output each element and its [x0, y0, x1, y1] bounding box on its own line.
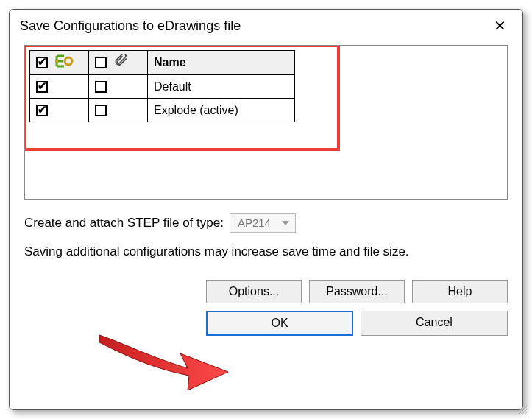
help-button[interactable]: Help [412, 280, 508, 303]
row-include-checkbox[interactable] [36, 81, 48, 93]
button-row-bottom: OK Cancel [24, 311, 508, 336]
row-attach-checkbox[interactable] [95, 105, 107, 116]
row-name: Explode (active) [148, 99, 295, 122]
edrawings-icon [55, 54, 74, 71]
warning-text: Saving additional configurations may inc… [24, 244, 508, 259]
svg-line-2 [519, 406, 523, 410]
table-row: Explode (active) [30, 99, 295, 122]
dialog-content: Name Default Explode (active) Create and… [10, 41, 522, 409]
resize-grip-icon[interactable] [516, 403, 523, 410]
header-name: Name [148, 51, 295, 75]
step-type-select[interactable]: AP214 [230, 213, 296, 233]
header-include-checkbox[interactable] [36, 57, 48, 68]
configurations-table: Name Default Explode (active) [29, 50, 295, 122]
save-configurations-dialog: Save Configurations to eDrawings file ✕ [9, 9, 523, 410]
step-file-row: Create and attach STEP file of type: AP2… [24, 213, 508, 233]
table-header-row: Name [30, 51, 295, 75]
step-file-label: Create and attach STEP file of type: [24, 216, 224, 230]
header-attach-checkbox[interactable] [95, 57, 107, 68]
row-name: Default [148, 75, 295, 99]
titlebar: Save Configurations to eDrawings file ✕ [10, 10, 522, 41]
options-button[interactable]: Options... [206, 280, 302, 303]
paperclip-icon [114, 54, 129, 71]
table-row: Default [30, 75, 295, 99]
close-icon[interactable]: ✕ [488, 15, 512, 36]
row-include-checkbox[interactable] [36, 105, 48, 116]
svg-point-0 [65, 57, 72, 65]
password-button[interactable]: Password... [309, 280, 405, 303]
cancel-button[interactable]: Cancel [361, 311, 508, 336]
row-attach-checkbox[interactable] [95, 81, 107, 93]
dialog-title: Save Configurations to eDrawings file [20, 18, 241, 34]
configurations-frame: Name Default Explode (active) [24, 45, 508, 200]
ok-button[interactable]: OK [206, 311, 353, 336]
button-row-top: Options... Password... Help [24, 280, 508, 303]
